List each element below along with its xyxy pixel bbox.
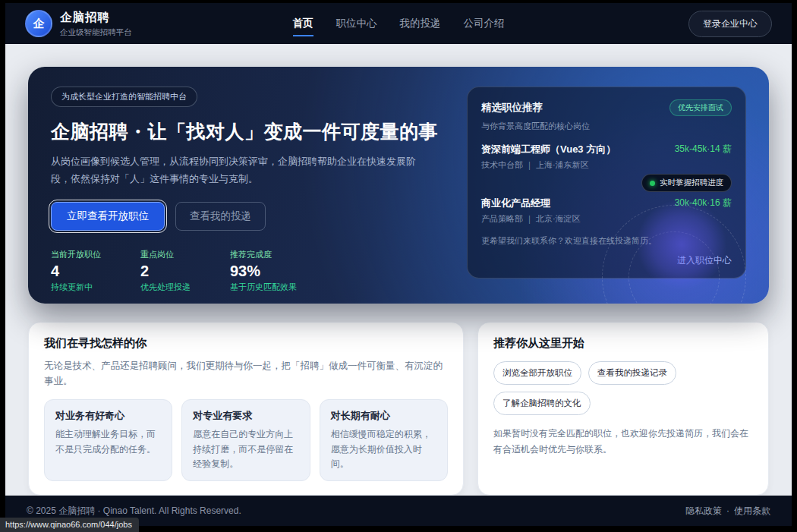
trait-card-professionalism: 对专业有要求 愿意在自己的专业方向上持续打磨，而不是停留在经验复制。 — [181, 399, 310, 481]
browse-all-jobs-button[interactable]: 浏览全部开放职位 — [493, 361, 581, 385]
nav-link-my-applications[interactable]: 我的投递 — [400, 11, 441, 36]
stat-value: 4 — [51, 263, 101, 280]
job-salary: 30k-40k·16 薪 — [675, 197, 732, 209]
job-salary: 35k-45k·14 薪 — [675, 143, 732, 156]
brand-tagline: 企业级智能招聘平台 — [60, 27, 132, 38]
recruitment-progress-badge: 实时掌握招聘进度 — [641, 174, 732, 192]
nav-link-home[interactable]: 首页 — [293, 11, 313, 36]
browser-page: 企 企脑招聘 企业级智能招聘平台 首页 职位中心 我的投递 公司介绍 登录企业中… — [5, 3, 792, 526]
job-meta: 技术中台部 ｜ 上海·浦东新区 — [481, 159, 616, 171]
trait-title: 对长期有耐心 — [331, 409, 436, 423]
brand-name: 企脑招聘 — [60, 10, 132, 26]
view-application-records-button[interactable]: 查看我的投递记录 — [588, 361, 676, 385]
view-my-applications-button[interactable]: 查看我的投递 — [175, 202, 266, 231]
page-main: 为成长型企业打造的智能招聘中台 企脑招聘・让「找对人」变成一件可度量的事 从岗位… — [5, 44, 792, 526]
trait-title: 对专业有要求 — [193, 409, 298, 423]
job-item-product-manager[interactable]: 商业化产品经理 产品策略部 ｜ 北京·海淀区 30k-40k·16 薪 — [481, 197, 732, 225]
status-bar-url: https://www.qinao66.com/044/jobs — [0, 518, 139, 532]
hero-left-column: 为成长型企业打造的智能招聘中台 企脑招聘・让「找对人」变成一件可度量的事 从岗位… — [51, 87, 433, 285]
brand-logo-icon: 企 — [25, 10, 52, 37]
priority-interview-badge: 优先安排面试 — [669, 99, 732, 116]
footer-links: 隐私政策 · 使用条款 — [685, 505, 770, 518]
footer-copyright: © 2025 企脑招聘 · Qinao Talent. All Rights R… — [27, 505, 241, 518]
featured-card-title: 精选职位推荐 — [481, 101, 543, 115]
start-here-actions: 浏览全部开放职位 查看我的投递记录 了解企脑招聘的文化 — [493, 361, 753, 415]
featured-contact-text: 更希望我们来联系你？欢迎直接在线投递简历。 — [481, 235, 732, 247]
learn-culture-button[interactable]: 了解企脑招聘的文化 — [493, 392, 591, 415]
stat-recommend-completion: 推荐完成度 93% 基于历史匹配效果 — [230, 249, 297, 293]
job-title: 资深前端工程师（Vue3 方向） — [481, 143, 616, 156]
stat-note: 优先处理投递 — [140, 282, 191, 293]
looking-for-card: 我们在寻找怎样的你 无论是技术、产品还是招聘顾问，我们更期待与你一起，把「招聘」… — [28, 322, 464, 496]
main-nav: 首页 职位中心 我的投递 公司介绍 — [293, 11, 505, 36]
hero-title: 企脑招聘・让「找对人」变成一件可度量的事 — [51, 119, 433, 144]
stat-value: 2 — [140, 263, 191, 280]
enter-job-center-link[interactable]: 进入职位中心 — [481, 254, 732, 267]
view-open-jobs-button[interactable]: 立即查看开放职位 — [51, 202, 165, 231]
job-info: 商业化产品经理 产品策略部 ｜ 北京·海淀区 — [481, 197, 581, 225]
hero-badge: 为成长型企业打造的智能招聘中台 — [51, 87, 197, 107]
trait-text: 相信缓慢而稳定的积累，愿意为长期价值投入时间。 — [331, 427, 436, 471]
hero-actions: 立即查看开放职位 查看我的投递 — [51, 202, 433, 231]
nav-link-company-intro[interactable]: 公司介绍 — [464, 11, 505, 36]
trait-list: 对业务有好奇心 能主动理解业务目标，而不是只完成分配的任务。 对专业有要求 愿意… — [44, 399, 448, 481]
start-here-card: 推荐你从这里开始 浏览全部开放职位 查看我的投递记录 了解企脑招聘的文化 如果暂… — [477, 322, 769, 496]
stat-value: 93% — [230, 263, 297, 280]
stat-key-positions: 重点岗位 2 优先处理投递 — [140, 249, 191, 293]
job-meta: 产品策略部 ｜ 北京·海淀区 — [481, 213, 581, 225]
stat-note: 基于历史匹配效果 — [230, 282, 297, 293]
start-here-title: 推荐你从这里开始 — [493, 336, 753, 351]
navbar-right: 登录企业中心 — [505, 11, 773, 37]
trait-text: 愿意在自己的专业方向上持续打磨，而不是停留在经验复制。 — [193, 427, 298, 471]
brand[interactable]: 企 企脑招聘 企业级智能招聘平台 — [25, 10, 293, 38]
job-info: 资深前端工程师（Vue3 方向） 技术中台部 ｜ 上海·浦东新区 — [481, 143, 616, 171]
trait-title: 对业务有好奇心 — [55, 409, 161, 423]
privacy-policy-link[interactable]: 隐私政策 — [685, 505, 722, 518]
stat-label: 推荐完成度 — [230, 249, 297, 260]
top-navbar: 企 企脑招聘 企业级智能招聘平台 首页 职位中心 我的投递 公司介绍 登录企业中… — [5, 3, 792, 44]
job-title: 商业化产品经理 — [481, 197, 581, 210]
trait-text: 能主动理解业务目标，而不是只完成分配的任务。 — [55, 427, 161, 456]
status-dot-icon — [650, 181, 655, 186]
looking-for-title: 我们在寻找怎样的你 — [44, 336, 448, 351]
stat-open-jobs: 当前开放职位 4 持续更新中 — [51, 249, 101, 293]
trait-card-curiosity: 对业务有好奇心 能主动理解业务目标，而不是只完成分配的任务。 — [44, 399, 172, 481]
featured-jobs-card: 精选职位推荐 优先安排面试 与你背景高度匹配的核心岗位 资深前端工程师（Vue3… — [467, 87, 746, 279]
hero-section: 为成长型企业打造的智能招聘中台 企脑招聘・让「找对人」变成一件可度量的事 从岗位… — [28, 67, 769, 304]
featured-card-header: 精选职位推荐 优先安排面试 — [481, 99, 732, 116]
hero-stats: 当前开放职位 4 持续更新中 重点岗位 2 优先处理投递 推荐完成度 93% 基… — [51, 249, 433, 293]
looking-for-description: 无论是技术、产品还是招聘顾问，我们更期待与你一起，把「招聘」做成一件可衡量、有沉… — [44, 358, 448, 389]
featured-card-subtitle: 与你背景高度匹配的核心岗位 — [481, 121, 732, 132]
progress-badge-label: 实时掌握招聘进度 — [660, 178, 723, 188]
stat-label: 重点岗位 — [140, 249, 191, 260]
stat-label: 当前开放职位 — [51, 249, 101, 260]
nav-link-job-center[interactable]: 职位中心 — [336, 11, 377, 36]
terms-of-use-link[interactable]: 使用条款 — [734, 505, 770, 518]
hero-description: 从岗位画像到候选人管理，从流程协同到决策评审，企脑招聘帮助企业在快速发展阶段，依… — [51, 153, 433, 188]
trait-card-patience: 对长期有耐心 相信缓慢而稳定的积累，愿意为长期价值投入时间。 — [320, 399, 448, 481]
bottom-section: 我们在寻找怎样的你 无论是技术、产品还是招聘顾问，我们更期待与你一起，把「招聘」… — [28, 322, 769, 496]
login-enterprise-button[interactable]: 登录企业中心 — [688, 11, 772, 37]
job-item-frontend[interactable]: 资深前端工程师（Vue3 方向） 技术中台部 ｜ 上海·浦东新区 35k-45k… — [481, 143, 732, 171]
start-here-text: 如果暂时没有完全匹配的职位，也欢迎你先投递简历，我们会在有合适机会时优先与你联系… — [493, 426, 753, 457]
brand-text: 企脑招聘 企业级智能招聘平台 — [60, 10, 132, 38]
footer-link-separator: · — [726, 505, 729, 516]
stat-note: 持续更新中 — [51, 282, 101, 293]
